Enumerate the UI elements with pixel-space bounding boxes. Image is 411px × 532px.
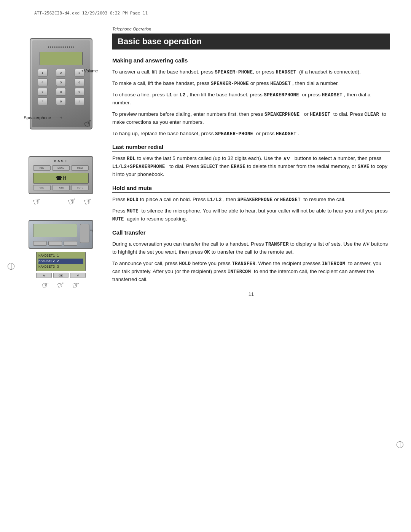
content-area: 1 2 3 4 5 6 7 8 (21, 27, 390, 511)
hand-icon-h1: ☞ (41, 280, 50, 291)
para-making-5: To hang up, replace the base handset, pr… (112, 130, 390, 138)
handset-hands-row: ☞ ☞ ☞ (24, 280, 98, 290)
key-9: 9 (75, 88, 84, 96)
crop-mark-br (398, 519, 405, 526)
page-number: 11 (112, 291, 390, 297)
file-metadata: ATT-2562CIB-d4.qxd 12/29/2003 6:22 PM Pa… (34, 11, 148, 16)
volume-label-container: Volume (72, 69, 98, 73)
section-heading-redial: Last number redial (112, 144, 390, 152)
handset-list-box: HANDSET1 1 HANDSET2 2 HANDSET3 3 (36, 252, 86, 271)
panel-bottom-btns (33, 241, 77, 246)
key-hash: # (75, 97, 84, 105)
para-transfer-2: To announce your call, press HOLD before… (112, 260, 390, 284)
para-transfer-1: During a conversation you can transfer t… (112, 240, 390, 256)
para-hold-1: Press HOLD to place a call on hold. Pres… (112, 196, 390, 204)
base-mute-btn: MUTE (71, 185, 89, 190)
key-5: 5 (56, 78, 66, 86)
key-star: * (38, 97, 48, 105)
section-heading-transfer: Call transfer (112, 229, 390, 237)
key-1: 1 (38, 69, 48, 77)
base-label-text: BASE (54, 159, 68, 163)
base-unit-container: BASE RDL MENU MEM ☎ H VOL HOLD MUTE (24, 156, 98, 207)
display-panel-container: ☞ HANDSET1 1 HANDSET2 2 HANDSET3 3 A OK … (24, 220, 98, 290)
registration-circle-right (397, 441, 403, 448)
panel-btn-2 (48, 241, 62, 246)
page-title: Basic base operation (112, 34, 390, 50)
page-container: ATT-2562CIB-d4.qxd 12/29/2003 6:22 PM Pa… (0, 0, 411, 532)
base-rdl-btn: RDL (33, 165, 51, 171)
panel-btn-1 (33, 241, 47, 246)
handset-row-2: HANDSET2 2 (38, 259, 83, 264)
phone-keypad: 1 2 3 4 5 6 7 8 (38, 69, 84, 116)
para-redial-1: Press RDL to view the last 5 numbers cal… (112, 155, 390, 179)
phone-display (40, 52, 83, 65)
para-making-1: To answer a call, lift the base handset,… (112, 68, 390, 76)
registration-circle-left (8, 263, 14, 270)
handset-nav-row: A OK V (36, 273, 86, 278)
hand-icon-h2: ☞ (56, 280, 66, 291)
handset-list-container: HANDSET1 1 HANDSET2 2 HANDSET3 3 A OK V … (24, 252, 98, 290)
key-0: 0 (56, 97, 66, 105)
keypad-row-2: 4 5 6 (38, 78, 84, 86)
nav-btn-a: A (36, 273, 52, 278)
hand-icon-right: ☞ (67, 195, 78, 208)
para-making-4: To preview numbers before dialing, enter… (112, 110, 390, 126)
key-4: 4 (38, 78, 48, 86)
speakerphone-label-container: Speakerphone (24, 115, 62, 120)
key-8: 8 (56, 88, 66, 96)
base-unit: BASE RDL MENU MEM ☎ H VOL HOLD MUTE (29, 156, 93, 194)
nav-btn-v: V (70, 273, 86, 278)
base-mem-btn: MEM (71, 165, 89, 171)
para-making-3: To choose a line, press L1 or L2 , then … (112, 91, 390, 107)
display-panel: ☞ (29, 220, 93, 249)
speakerphone-label: Speakerphone (24, 115, 51, 120)
nav-btn-ok: OK (53, 273, 69, 278)
keypad-row-4: * 0 # (38, 97, 84, 105)
handset-row-1: HANDSET1 1 (38, 253, 83, 259)
panel-right-button (80, 224, 89, 243)
panel-btn-3 (64, 241, 77, 246)
base-display-area: ☎ H (33, 173, 89, 184)
base-hold-btn: HOLD (52, 185, 70, 190)
keypad-row-3: 7 8 9 (38, 88, 84, 96)
base-menu-btn: MENU (52, 165, 70, 171)
para-hold-2: Press MUTE to silence the microphone. Yo… (112, 207, 390, 223)
handset-row-3: HANDSET3 3 (38, 264, 83, 270)
section-heading-hold: Hold and mute (112, 185, 390, 193)
crop-mark-tl (6, 6, 13, 13)
key-7: 7 (38, 88, 48, 96)
left-column: 1 2 3 4 5 6 7 8 (21, 27, 108, 511)
hand-icon-right2: ☞ (83, 195, 94, 208)
speaker-grill (46, 43, 76, 50)
para-making-2: To make a call, lift the base handset, p… (112, 80, 390, 88)
volume-label: Volume (84, 69, 98, 73)
phone-image-container: 1 2 3 4 5 6 7 8 (24, 38, 98, 141)
base-vol-btn: VOL (33, 185, 51, 190)
base-buttons-row: RDL MENU MEM (33, 165, 89, 171)
finger-icon-panel: ☞ (89, 227, 93, 236)
crop-mark-tr (398, 6, 405, 13)
crop-mark-bl (6, 519, 13, 526)
section-heading-making: Making and answering calls (112, 57, 390, 65)
phone-device-inner: 1 2 3 4 5 6 7 8 (32, 40, 90, 127)
panel-display-screen (33, 224, 77, 237)
key-2: 2 (56, 69, 66, 77)
base-hands-row: ☞ ☞ ☞ (24, 196, 98, 207)
hand-icon-h3: ☞ (72, 280, 81, 291)
base-bottom-buttons: VOL HOLD MUTE (33, 185, 89, 190)
section-label: Telephone Operation (112, 27, 390, 31)
right-column: Telephone Operation Basic base operation… (108, 27, 390, 511)
hand-icon-left: ☞ (32, 195, 43, 208)
key-6: 6 (75, 78, 84, 86)
